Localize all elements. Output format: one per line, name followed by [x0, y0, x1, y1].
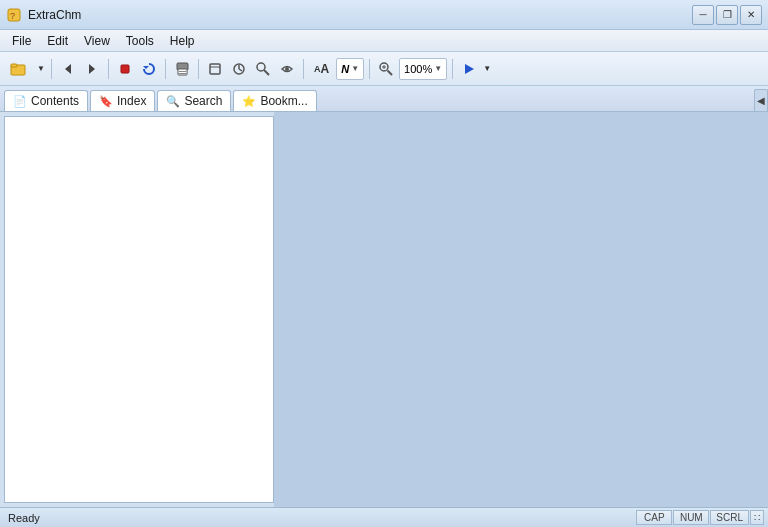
- stop-button[interactable]: [114, 57, 136, 81]
- svg-marker-5: [89, 64, 95, 74]
- open-button[interactable]: [4, 57, 34, 81]
- open-dropdown-arrow[interactable]: ▼: [36, 57, 46, 81]
- sep7: [452, 59, 453, 79]
- svg-marker-4: [65, 64, 71, 74]
- zoom-value: 100%: [404, 63, 432, 75]
- back-button[interactable]: [57, 57, 79, 81]
- tab-contents-label: Contents: [31, 94, 79, 108]
- restore-button[interactable]: ❐: [716, 5, 738, 25]
- svg-line-21: [388, 70, 393, 75]
- menu-edit[interactable]: Edit: [39, 32, 76, 50]
- svg-rect-11: [179, 73, 186, 74]
- tab-index-label: Index: [117, 94, 146, 108]
- tab-bookmarks[interactable]: ⭐ Bookm...: [233, 90, 316, 111]
- minimize-button[interactable]: ─: [692, 5, 714, 25]
- play-dropdown-arrow[interactable]: ▼: [482, 57, 492, 81]
- menu-file[interactable]: File: [4, 32, 39, 50]
- tab-index[interactable]: 🔖 Index: [90, 90, 155, 111]
- menu-help[interactable]: Help: [162, 32, 203, 50]
- print-button[interactable]: [171, 57, 193, 81]
- window-controls: ─ ❐ ✕: [692, 5, 762, 25]
- title-bar-left: ? ExtraChm: [6, 7, 81, 23]
- zoom-icon: [375, 57, 397, 81]
- status-bar: Ready CAP NUM SCRL ∷: [0, 507, 768, 527]
- svg-rect-10: [179, 71, 186, 72]
- tab-bookmarks-label: Bookm...: [260, 94, 307, 108]
- num-indicator: NUM: [673, 510, 709, 525]
- svg-line-18: [264, 70, 269, 75]
- extra-indicator: ∷: [750, 510, 764, 525]
- play-button[interactable]: [458, 57, 480, 81]
- nav-btn-2[interactable]: [228, 57, 250, 81]
- svg-point-19: [285, 67, 289, 71]
- window-title: ExtraChm: [28, 8, 81, 22]
- svg-marker-7: [143, 66, 149, 69]
- contents-icon: 📄: [13, 95, 27, 108]
- svg-rect-6: [121, 65, 129, 73]
- svg-rect-12: [210, 64, 220, 74]
- font-decrease-button[interactable]: AA: [309, 57, 334, 81]
- sep1: [51, 59, 52, 79]
- sep2: [108, 59, 109, 79]
- status-text: Ready: [4, 512, 40, 524]
- tab-search[interactable]: 🔍 Search: [157, 90, 231, 111]
- title-bar: ? ExtraChm ─ ❐ ✕: [0, 0, 768, 30]
- svg-text:?: ?: [10, 11, 15, 21]
- toolbar: ▼: [0, 52, 768, 86]
- forward-button[interactable]: [81, 57, 103, 81]
- zoom-dropdown[interactable]: 100% ▼: [399, 58, 447, 80]
- tab-bar: 📄 Contents 🔖 Index 🔍 Search ⭐ Bookm... ◀: [0, 86, 768, 112]
- nav-btn-1[interactable]: [204, 57, 226, 81]
- cap-indicator: CAP: [636, 510, 672, 525]
- svg-rect-3: [11, 64, 17, 67]
- tab-search-label: Search: [184, 94, 222, 108]
- index-icon: 🔖: [99, 95, 113, 108]
- svg-point-17: [257, 63, 265, 71]
- menu-tools[interactable]: Tools: [118, 32, 162, 50]
- search-icon: 🔍: [166, 95, 180, 108]
- refresh-button[interactable]: [138, 57, 160, 81]
- nav-btn-3[interactable]: [252, 57, 274, 81]
- sep6: [369, 59, 370, 79]
- sep4: [198, 59, 199, 79]
- app-icon: ?: [6, 7, 22, 23]
- menu-bar: File Edit View Tools Help: [0, 30, 768, 52]
- panel-collapse-button[interactable]: ◀: [754, 89, 768, 111]
- sep5: [303, 59, 304, 79]
- svg-marker-24: [465, 64, 474, 74]
- content-view: [274, 112, 768, 507]
- status-indicators: CAP NUM SCRL ∷: [636, 510, 764, 525]
- font-style-dropdown[interactable]: N ▼: [336, 58, 364, 80]
- scrl-indicator: SCRL: [710, 510, 749, 525]
- nav-btn-4[interactable]: [276, 57, 298, 81]
- sep3: [165, 59, 166, 79]
- zoom-arrow: ▼: [434, 64, 442, 73]
- main-content: [0, 112, 768, 507]
- tab-contents[interactable]: 📄 Contents: [4, 90, 88, 111]
- sidebar-panel: [4, 116, 274, 503]
- menu-view[interactable]: View: [76, 32, 118, 50]
- svg-line-16: [239, 69, 242, 71]
- close-button[interactable]: ✕: [740, 5, 762, 25]
- bookmarks-icon: ⭐: [242, 95, 256, 108]
